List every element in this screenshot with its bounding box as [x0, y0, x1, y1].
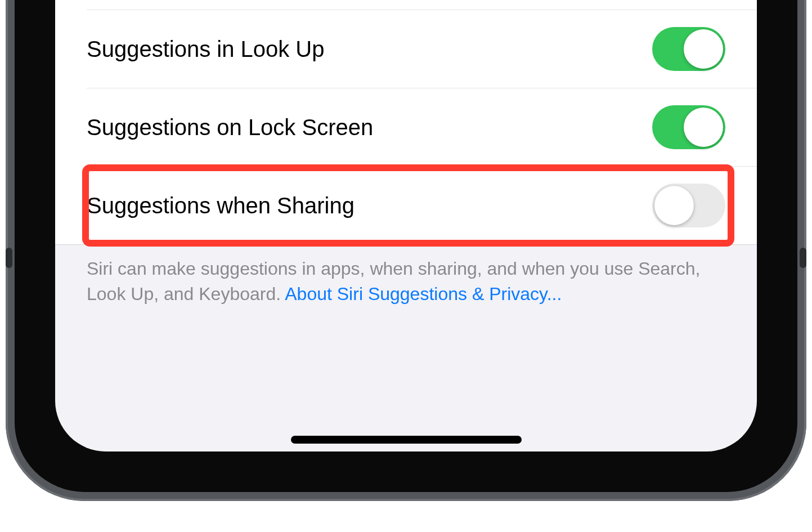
screen: SIRI SUGGESTIONS Suggestions in Search S… — [55, 0, 757, 451]
row-label: Suggestions in Look Up — [87, 37, 325, 62]
row-label: Suggestions when Sharing — [87, 193, 355, 218]
settings-list: Suggestions in Search Suggestions in Loo… — [55, 0, 757, 245]
row-suggestions-in-look-up[interactable]: Suggestions in Look Up — [87, 10, 757, 88]
phone-side-nub-right — [800, 248, 806, 268]
row-suggestions-on-lock-screen[interactable]: Suggestions on Lock Screen — [87, 88, 757, 166]
toggle-suggestions-when-sharing[interactable] — [652, 184, 725, 227]
toggle-suggestions-in-look-up[interactable] — [652, 27, 725, 71]
row-suggestions-when-sharing[interactable]: Suggestions when Sharing — [87, 166, 757, 244]
row-suggestions-in-search[interactable]: Suggestions in Search — [55, 0, 757, 10]
about-siri-suggestions-privacy-link[interactable]: About Siri Suggestions & Privacy... — [285, 284, 562, 304]
home-indicator[interactable] — [291, 436, 522, 444]
toggle-knob — [684, 108, 723, 147]
phone-inner-frame: SIRI SUGGESTIONS Suggestions in Search S… — [34, 0, 778, 473]
toggle-knob — [654, 186, 694, 225]
phone-side-nub-left — [6, 248, 12, 268]
section-footer-text: Siri can make suggestions in apps, when … — [55, 245, 757, 329]
phone-mid-frame: SIRI SUGGESTIONS Suggestions in Search S… — [15, 0, 797, 492]
toggle-knob — [684, 29, 723, 69]
device-mock-frame: SIRI SUGGESTIONS Suggestions in Search S… — [0, 0, 812, 532]
row-label: Suggestions on Lock Screen — [87, 115, 373, 140]
phone-outer-frame: SIRI SUGGESTIONS Suggestions in Search S… — [6, 0, 806, 501]
toggle-suggestions-on-lock-screen[interactable] — [652, 105, 725, 149]
